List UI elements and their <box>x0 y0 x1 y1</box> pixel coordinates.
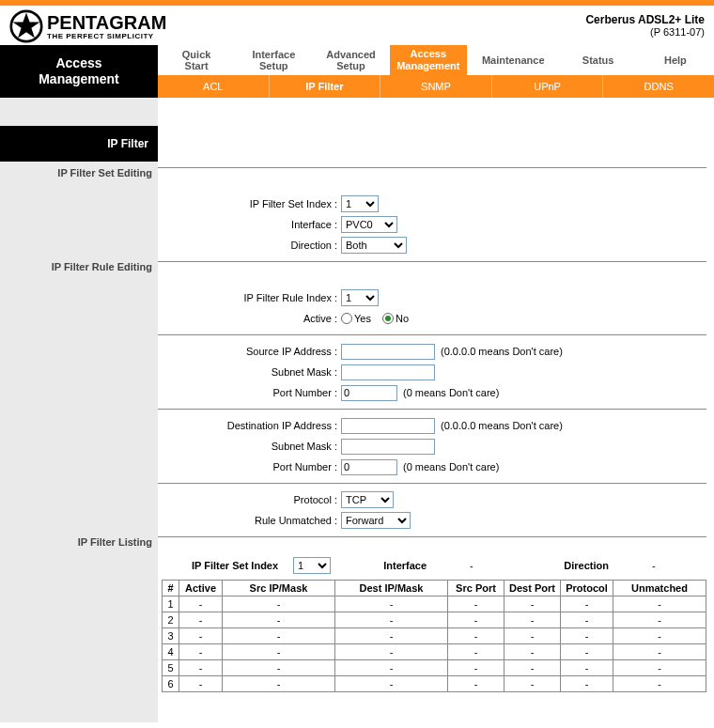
cell: - <box>561 628 613 644</box>
cell: - <box>613 612 706 628</box>
device-model: (P 6311-07) <box>585 26 705 38</box>
row-rule-index: IP Filter Rule Index : 1 <box>158 287 714 308</box>
divider <box>158 483 706 484</box>
dst-mask-input[interactable] <box>341 439 435 455</box>
listing-direction-label: Direction <box>564 560 609 571</box>
src-ip-input[interactable] <box>341 344 435 360</box>
tab-access-management[interactable]: AccessManagement <box>390 45 467 75</box>
subtab-snmp[interactable]: SNMP <box>380 75 492 98</box>
divider <box>158 536 706 537</box>
protocol-select[interactable]: TCP <box>341 491 394 508</box>
brand-logo: PENTAGRAM THE PERFECT SIMPLICITY <box>9 9 166 43</box>
cell: - <box>504 612 561 628</box>
cell: - <box>335 676 448 692</box>
dst-port-label: Port Number : <box>158 461 341 472</box>
subtab-ip-filter[interactable]: IP Filter <box>270 75 381 98</box>
col-active: Active <box>179 581 223 596</box>
col-src: Src IP/Mask <box>223 581 335 596</box>
row-dst-mask: Subnet Mask : <box>158 436 714 457</box>
cell: - <box>179 628 223 644</box>
listing-set-index-select[interactable]: 1 <box>293 557 331 574</box>
cell: - <box>179 676 223 692</box>
interface-select[interactable]: PVC0 <box>341 216 397 233</box>
divider <box>158 334 706 335</box>
subtab-acl[interactable]: ACL <box>158 75 270 98</box>
src-mask-input[interactable] <box>341 364 435 380</box>
src-ip-label: Source IP Address : <box>158 346 341 357</box>
cell: - <box>561 612 613 628</box>
set-index-label: IP Filter Set Index : <box>158 198 341 209</box>
listing-table-header: # Active Src IP/Mask Dest IP/Mask Src Po… <box>163 581 706 596</box>
dst-ip-hint: (0.0.0.0 means Don't care) <box>441 420 563 431</box>
cell: - <box>179 596 223 612</box>
cell: - <box>179 660 223 676</box>
tab-interface-setup[interactable]: InterfaceSetup <box>235 45 312 75</box>
rule-index-select[interactable]: 1 <box>341 289 379 306</box>
cell: 2 <box>163 612 179 628</box>
dst-ip-label: Destination IP Address : <box>158 420 341 431</box>
section-set-editing: IP Filter Set Editing <box>0 162 158 184</box>
table-row: 2------- <box>163 612 706 628</box>
interface-label: Interface : <box>158 219 341 230</box>
dst-ip-input[interactable] <box>341 418 435 434</box>
dst-mask-label: Subnet Mask : <box>158 441 341 452</box>
table-row: 3------- <box>163 628 706 644</box>
cell: - <box>335 628 448 644</box>
src-port-hint: (0 means Don't care) <box>403 387 499 398</box>
tab-maintenance[interactable]: Maintenance <box>467 45 560 75</box>
set-index-select[interactable]: 1 <box>341 195 379 212</box>
active-label: Active : <box>158 313 341 324</box>
cell: - <box>448 612 504 628</box>
cell: 5 <box>163 660 179 676</box>
src-ip-hint: (0.0.0.0 means Don't care) <box>441 346 563 357</box>
row-dst-port: Port Number : (0 means Don't care) <box>158 457 714 477</box>
col-dst: Dest IP/Mask <box>335 581 448 596</box>
src-mask-label: Subnet Mask : <box>158 366 341 378</box>
divider <box>158 261 706 262</box>
cell: - <box>504 676 561 692</box>
dst-port-hint: (0 means Don't care) <box>403 461 499 472</box>
rule-index-label: IP Filter Rule Index : <box>158 292 341 303</box>
direction-select[interactable]: Both <box>341 237 407 254</box>
cell: - <box>223 676 335 692</box>
listing-interface-label: Interface <box>383 560 427 571</box>
pentagram-star-icon <box>9 9 43 43</box>
active-yes-option[interactable]: Yes <box>341 313 371 324</box>
cell: - <box>504 596 561 612</box>
cell: - <box>223 644 335 660</box>
listing-set-index-label: IP Filter Set Index <box>192 560 278 571</box>
table-row: 1------- <box>163 596 706 612</box>
active-no-label: No <box>396 313 409 324</box>
tab-quick-start[interactable]: QuickStart <box>158 45 235 75</box>
cell: - <box>504 628 561 644</box>
brand-title: PENTAGRAM <box>47 12 166 34</box>
row-protocol: Protocol : TCP <box>158 489 714 510</box>
tab-advanced-setup[interactable]: AdvancedSetup <box>312 45 389 75</box>
col-protocol: Protocol <box>561 581 613 596</box>
cell: - <box>613 596 706 612</box>
col-num: # <box>163 581 179 596</box>
active-yes-label: Yes <box>354 313 371 324</box>
cell: - <box>561 644 613 660</box>
row-src-port: Port Number : (0 means Don't care) <box>158 382 714 403</box>
subtab-ddns[interactable]: DDNS <box>603 75 714 98</box>
listing-header: IP Filter Set Index 1 Interface - Direct… <box>158 553 714 580</box>
divider <box>158 409 706 410</box>
dst-port-input[interactable] <box>341 459 397 475</box>
subtab-upnp[interactable]: UPnP <box>492 75 604 98</box>
tab-help[interactable]: Help <box>637 45 714 75</box>
tab-status[interactable]: Status <box>560 45 637 75</box>
row-src-ip: Source IP Address : (0.0.0.0 means Don't… <box>158 341 714 362</box>
brand-tagline: THE PERFECT SIMPLICITY <box>47 32 166 40</box>
active-no-option[interactable]: No <box>382 313 409 324</box>
table-row: 4------- <box>163 644 706 660</box>
cell: - <box>448 628 504 644</box>
cell: 1 <box>163 596 179 612</box>
cell: - <box>335 660 448 676</box>
table-row: 6------- <box>163 676 706 692</box>
src-port-input[interactable] <box>341 385 397 401</box>
unmatched-select[interactable]: Forward <box>341 512 411 529</box>
device-name: Cerberus ADSL2+ Lite <box>585 13 705 26</box>
page-title: IP Filter <box>0 126 158 162</box>
cell: - <box>335 612 448 628</box>
